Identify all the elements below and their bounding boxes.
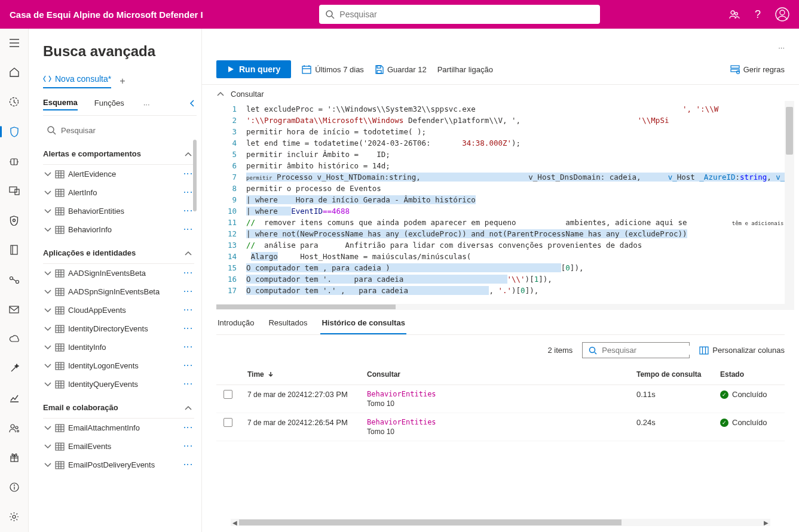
col-status[interactable]: Estado [713, 364, 785, 385]
results-hscroll[interactable]: ◀ ▶ [231, 519, 770, 526]
run-query-button[interactable]: Run query [216, 60, 291, 78]
chevron-down-icon [44, 170, 51, 179]
chevron-up-icon[interactable] [185, 149, 192, 158]
section-header[interactable]: Alertas e comportamentos [43, 147, 194, 165]
item-more-button[interactable]: ⋮ [182, 324, 194, 334]
scrollbar-thumb[interactable] [786, 107, 793, 155]
schema-tabs-more[interactable]: ··· [143, 100, 150, 109]
results-search-input[interactable] [602, 346, 702, 355]
results-search[interactable] [582, 342, 690, 358]
section-header[interactable]: Aplicações e identidades [43, 246, 194, 264]
chevron-up-icon[interactable] [185, 403, 192, 412]
manage-rules-button[interactable]: Gerir regras [730, 65, 785, 74]
save-button[interactable]: Guardar 12 [375, 65, 427, 74]
item-more-button[interactable]: ⋮ [182, 342, 194, 352]
chevron-up-icon[interactable] [216, 91, 225, 97]
col-time[interactable]: Time [240, 364, 360, 385]
schema-table-item[interactable]: AlertInfo⋮ [43, 183, 194, 202]
item-more-button[interactable]: ⋮ [182, 361, 194, 371]
rail-shield[interactable] [5, 124, 24, 140]
global-search[interactable] [319, 5, 600, 24]
schema-table-item[interactable]: AADSpnSignInEventsBeta⋮ [43, 282, 194, 301]
schema-table-item[interactable]: IdentityQueryEvents⋮ [43, 375, 194, 393]
schema-table-item[interactable]: AADSignInEventsBeta⋮ [43, 264, 194, 282]
tab-functions[interactable]: Funções [94, 99, 124, 110]
scroll-left-button[interactable]: ◀ [231, 519, 239, 526]
schema-table-item[interactable]: EmailPostDeliveryEvents⋮ [43, 456, 194, 474]
schema-table-item[interactable]: EmailEvents⋮ [43, 437, 194, 456]
schema-table-item[interactable]: CloudAppEvents⋮ [43, 301, 194, 319]
global-search-input[interactable] [339, 10, 594, 19]
schema-table-item[interactable]: BehaviorInfo⋮ [43, 220, 194, 239]
table-row[interactable]: 7 de mar de 202412:26:54 PM BehaviorEnti… [216, 413, 785, 441]
tab-new-query[interactable]: Nova consulta* [43, 74, 111, 88]
rail-chart[interactable] [5, 390, 24, 407]
rail-bug[interactable] [5, 153, 24, 170]
rail-people[interactable] [5, 420, 24, 436]
people-icon[interactable] [728, 8, 740, 20]
rail-settings[interactable] [5, 509, 24, 525]
item-more-button[interactable]: ⋮ [182, 305, 194, 315]
collapse-schema-button[interactable] [188, 99, 197, 109]
row-checkbox[interactable] [224, 390, 232, 399]
chevron-down-icon [44, 460, 51, 469]
rail-hamburger[interactable] [5, 35, 24, 51]
item-more-button[interactable]: ⋮ [182, 225, 194, 235]
item-more-button[interactable]: ⋮ [182, 169, 194, 179]
table-row[interactable]: 7 de mar de 202412:27:03 PM BehaviorEnti… [216, 385, 785, 413]
col-qtime[interactable]: Tempo de consulta [629, 364, 713, 385]
rail-clock[interactable] [5, 94, 24, 110]
rail-score[interactable] [5, 213, 24, 229]
page-more-button[interactable]: ··· [764, 29, 799, 52]
schema-search[interactable]: Pesquisar [43, 121, 197, 140]
schema-table-item[interactable]: IdentityLogonEvents⋮ [43, 356, 194, 375]
schema-table-item[interactable]: IdentityDirectoryEvents⋮ [43, 319, 194, 338]
rail-mail[interactable] [5, 301, 24, 318]
columns-icon [699, 346, 709, 355]
tab-schema[interactable]: Esquema [43, 98, 78, 110]
schema-table-item[interactable]: IdentityInfo⋮ [43, 338, 194, 356]
code-editor[interactable]: 1234567891011121314151617 let excludePro… [216, 101, 794, 304]
item-more-button[interactable]: ⋮ [182, 460, 194, 470]
item-more-button[interactable]: ⋮ [182, 423, 194, 433]
rail-book[interactable] [5, 242, 24, 259]
chevron-down-icon [44, 361, 51, 370]
rail-connect[interactable] [5, 272, 24, 288]
time-range-button[interactable]: Últimos 7 dias [302, 65, 364, 74]
customize-columns-button[interactable]: Personalizar colunas [699, 346, 785, 355]
profile-icon[interactable] [775, 7, 789, 21]
item-more-button[interactable]: ⋮ [182, 287, 194, 297]
item-more-button[interactable]: ⋮ [182, 379, 194, 389]
item-more-button[interactable]: ⋮ [182, 268, 194, 278]
item-more-button[interactable]: ⋮ [182, 441, 194, 451]
item-more-button[interactable]: ⋮ [182, 187, 194, 198]
schema-table-item[interactable]: BehaviorEntities⋮ [43, 202, 194, 220]
chevron-up-icon[interactable] [185, 248, 192, 257]
schema-table-item[interactable]: AlertEvidence⋮ [43, 165, 194, 183]
tab-intro[interactable]: Introdução [216, 312, 255, 334]
query-link[interactable]: BehaviorEntities [367, 390, 622, 398]
section-header[interactable]: Email e colaboração [43, 401, 194, 419]
scrollbar-thumb[interactable] [239, 519, 622, 525]
col-query[interactable]: Consultar [360, 364, 629, 385]
help-icon[interactable]: ? [755, 8, 761, 21]
item-more-button[interactable]: ⋮ [182, 206, 194, 216]
query-link[interactable]: BehaviorEntities [367, 418, 622, 426]
schema-table-item[interactable]: EmailAttachmentInfo⋮ [43, 419, 194, 437]
add-tab-button[interactable]: + [120, 76, 125, 87]
tab-results[interactable]: Resultados [267, 312, 308, 334]
share-link-button[interactable]: Partilhar ligação [437, 65, 493, 74]
scrollbar-thumb[interactable] [216, 305, 396, 309]
rail-home[interactable] [5, 64, 24, 81]
rail-devices[interactable] [5, 183, 24, 199]
scroll-right-button[interactable]: ▶ [762, 519, 770, 526]
rail-info[interactable] [5, 479, 24, 496]
tab-history[interactable]: Histórico de consultas [320, 312, 406, 334]
row-checkbox[interactable] [224, 418, 232, 427]
editor-vscroll[interactable] [785, 101, 794, 304]
rail-cloud[interactable] [5, 331, 24, 348]
rail-gift[interactable] [5, 449, 24, 466]
editor-code[interactable]: let excludeProc = ':\\Windows\\System32\… [243, 101, 794, 304]
rail-wand[interactable] [5, 361, 24, 377]
editor-hscroll[interactable] [216, 304, 794, 310]
